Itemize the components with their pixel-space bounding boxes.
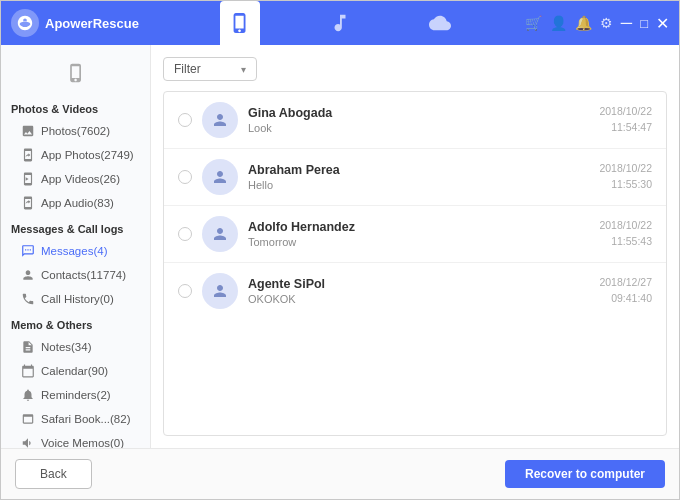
calendar-label: Calendar(90) xyxy=(41,365,108,377)
app-window: ApowerRescue 🛒 xyxy=(0,0,680,500)
minimize-icon[interactable]: ─ xyxy=(621,14,632,32)
logo-icon xyxy=(11,9,39,37)
close-icon[interactable]: ✕ xyxy=(656,14,669,33)
notes-icon xyxy=(21,340,35,354)
app-logo: ApowerRescue xyxy=(11,9,151,37)
message-item[interactable]: Gina Abogada Look 2018/10/2211:54:47 xyxy=(164,92,666,149)
section-title-photos: Photos & Videos xyxy=(1,95,150,119)
sidebar-item-app-videos[interactable]: App Videos(26) xyxy=(1,167,150,191)
message-checkbox[interactable] xyxy=(178,170,192,184)
tab-cloud[interactable] xyxy=(420,1,460,45)
message-avatar xyxy=(202,102,238,138)
browser-icon xyxy=(21,412,35,426)
titlebar: ApowerRescue 🛒 xyxy=(1,1,679,45)
app-photo-icon xyxy=(21,148,35,162)
recover-button[interactable]: Recover to computer xyxy=(505,460,665,488)
sidebar-item-photos[interactable]: Photos(7602) xyxy=(1,119,150,143)
reminders-label: Reminders(2) xyxy=(41,389,111,401)
app-name: ApowerRescue xyxy=(45,16,139,31)
tab-music[interactable] xyxy=(320,1,360,45)
message-preview: OKOKOK xyxy=(248,293,589,305)
notes-label: Notes(34) xyxy=(41,341,92,353)
contact-icon xyxy=(21,268,35,282)
section-title-memo: Memo & Others xyxy=(1,311,150,335)
messages-label: Messages(4) xyxy=(41,245,107,257)
phone-icon xyxy=(21,292,35,306)
message-name: Abraham Perea xyxy=(248,163,589,177)
message-checkbox[interactable] xyxy=(178,227,192,241)
message-time: 2018/12/2709:41:40 xyxy=(599,275,652,307)
message-avatar xyxy=(202,159,238,195)
message-list: Gina Abogada Look 2018/10/2211:54:47 Abr… xyxy=(163,91,667,436)
content-panel: Filter ▾ Gina Abogada Look 2018/10/2211:… xyxy=(151,45,679,448)
settings-icon[interactable]: ⚙ xyxy=(600,15,613,31)
message-name: Adolfo Hernandez xyxy=(248,220,589,234)
sidebar-item-app-audio[interactable]: App Audio(83) xyxy=(1,191,150,215)
bottom-bar: Back Recover to computer xyxy=(1,448,679,499)
user-icon[interactable]: 👤 xyxy=(550,15,567,31)
bell-icon[interactable]: 🔔 xyxy=(575,15,592,31)
message-name: Agente SiPol xyxy=(248,277,589,291)
device-icon xyxy=(1,55,150,95)
message-body: Agente SiPol OKOKOK xyxy=(248,277,589,305)
filter-arrow: ▾ xyxy=(241,64,246,75)
message-preview: Hello xyxy=(248,179,589,191)
photos-label: Photos(7602) xyxy=(41,125,110,137)
call-history-label: Call History(0) xyxy=(41,293,114,305)
app-audio-label: App Audio(83) xyxy=(41,197,114,209)
reminder-icon xyxy=(21,388,35,402)
section-title-messages: Messages & Call logs xyxy=(1,215,150,239)
app-photos-label: App Photos(2749) xyxy=(41,149,134,161)
filter-bar: Filter ▾ xyxy=(163,57,667,81)
sidebar-item-safari[interactable]: Safari Book...(82) xyxy=(1,407,150,431)
video-icon xyxy=(21,172,35,186)
sidebar-item-call-history[interactable]: Call History(0) xyxy=(1,287,150,311)
safari-label: Safari Book...(82) xyxy=(41,413,130,425)
sidebar-item-contacts[interactable]: Contacts(11774) xyxy=(1,263,150,287)
message-avatar xyxy=(202,216,238,252)
cart-icon[interactable]: 🛒 xyxy=(525,15,542,31)
message-body: Gina Abogada Look xyxy=(248,106,589,134)
nav-tabs xyxy=(151,1,529,45)
message-checkbox[interactable] xyxy=(178,113,192,127)
voice-memos-label: Voice Memos(0) xyxy=(41,437,124,448)
message-avatar xyxy=(202,273,238,309)
message-time: 2018/10/2211:55:30 xyxy=(599,161,652,193)
message-checkbox[interactable] xyxy=(178,284,192,298)
sidebar-item-messages[interactable]: Messages(4) xyxy=(1,239,150,263)
message-item[interactable]: Abraham Perea Hello 2018/10/2211:55:30 xyxy=(164,149,666,206)
message-time: 2018/10/2211:54:47 xyxy=(599,104,652,136)
maximize-icon[interactable]: □ xyxy=(640,16,648,31)
main-content: Photos & Videos Photos(7602) App Photos(… xyxy=(1,45,679,448)
audio-icon xyxy=(21,196,35,210)
message-item[interactable]: Agente SiPol OKOKOK 2018/12/2709:41:40 xyxy=(164,263,666,319)
message-body: Adolfo Hernandez Tomorrow xyxy=(248,220,589,248)
sidebar-item-notes[interactable]: Notes(34) xyxy=(1,335,150,359)
sidebar-item-app-photos[interactable]: App Photos(2749) xyxy=(1,143,150,167)
photo-icon xyxy=(21,124,35,138)
sidebar: Photos & Videos Photos(7602) App Photos(… xyxy=(1,45,151,448)
filter-dropdown[interactable]: Filter ▾ xyxy=(163,57,257,81)
contacts-label: Contacts(11774) xyxy=(41,269,126,281)
message-body: Abraham Perea Hello xyxy=(248,163,589,191)
message-item[interactable]: Adolfo Hernandez Tomorrow 2018/10/2211:5… xyxy=(164,206,666,263)
back-button[interactable]: Back xyxy=(15,459,92,489)
window-controls: 🛒 👤 🔔 ⚙ ─ □ ✕ xyxy=(529,14,669,33)
voice-icon xyxy=(21,436,35,448)
filter-label: Filter xyxy=(174,62,201,76)
message-time: 2018/10/2211:55:43 xyxy=(599,218,652,250)
sidebar-item-reminders[interactable]: Reminders(2) xyxy=(1,383,150,407)
message-preview: Tomorrow xyxy=(248,236,589,248)
message-name: Gina Abogada xyxy=(248,106,589,120)
tab-device[interactable] xyxy=(220,1,260,45)
sidebar-item-voice-memos[interactable]: Voice Memos(0) xyxy=(1,431,150,448)
calendar-icon xyxy=(21,364,35,378)
message-preview: Look xyxy=(248,122,589,134)
sidebar-item-calendar[interactable]: Calendar(90) xyxy=(1,359,150,383)
app-videos-label: App Videos(26) xyxy=(41,173,120,185)
message-icon xyxy=(21,244,35,258)
